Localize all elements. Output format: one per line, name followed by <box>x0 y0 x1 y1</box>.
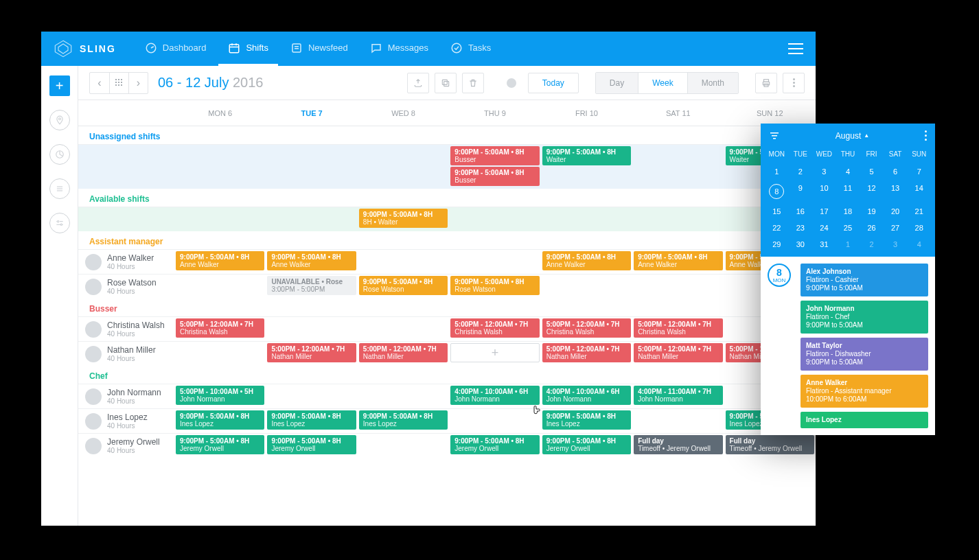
shift-block[interactable]: 9:00PM - 5:00AM • 8HRose Watson <box>359 276 448 295</box>
shift-block[interactable]: 5:00PM - 12:00AM • 7HNathan Miller <box>359 343 448 362</box>
nav-messages[interactable]: Messages <box>360 32 438 66</box>
mini-day[interactable]: 12 <box>860 183 884 200</box>
mini-more-icon[interactable] <box>925 130 927 141</box>
shift-block[interactable]: 5:00PM - 12:00AM • 7HChristina Walsh <box>634 318 722 338</box>
more-icon[interactable] <box>783 73 805 93</box>
mini-day[interactable]: 8 <box>765 183 789 200</box>
shift-block[interactable]: 9:00PM - 5:00AM • 8HWaiter <box>542 146 631 165</box>
shift-block[interactable]: 9:00PM - 5:00AM • 8HJeremy Orwell <box>450 435 539 454</box>
mini-day[interactable]: 1 <box>836 239 860 250</box>
mini-day[interactable]: 5 <box>860 166 884 177</box>
shift-block[interactable]: 9:00PM - 5:00AM • 8HInes Lopez <box>359 410 448 430</box>
shift-block[interactable]: 9:00PM - 5:00AM • 8HInes Lopez <box>267 410 356 430</box>
mini-day[interactable]: 17 <box>812 206 836 217</box>
export-icon[interactable] <box>407 73 429 93</box>
nav-shifts[interactable]: Shifts <box>218 32 278 66</box>
shift-block[interactable]: 5:00PM - 12:00AM • 7HNathan Miller <box>542 343 631 362</box>
mini-shift[interactable]: Anne WalkerFlatiron - Assistant manager1… <box>801 375 928 408</box>
nav-tasks[interactable]: Tasks <box>441 32 500 66</box>
shift-block[interactable]: 9:00PM - 5:00AM • 8HBusser <box>450 167 539 186</box>
mini-day[interactable]: 3 <box>884 239 908 250</box>
shift-block[interactable]: 5:00PM - 12:00AM • 7HChristina Walsh <box>542 318 631 338</box>
mini-shift[interactable]: Matt TaylorFlatiron - Dishwasher9:00PM t… <box>801 338 928 371</box>
mini-day[interactable]: 23 <box>789 222 813 233</box>
shift-block[interactable]: 9:00PM - 5:00AM • 8HInes Lopez <box>542 410 631 430</box>
mini-day[interactable]: 10 <box>812 183 836 200</box>
mini-day[interactable]: 13 <box>884 183 908 200</box>
mini-day[interactable]: 6 <box>884 166 908 177</box>
pie-icon[interactable] <box>49 144 70 165</box>
view-day[interactable]: Day <box>596 73 638 93</box>
mini-day[interactable]: 14 <box>907 183 931 200</box>
shift-block[interactable]: 5:00PM - 12:00AM • 7HNathan Miller <box>267 343 356 362</box>
shift-block[interactable]: 9:00PM - 5:00AM • 8HAnne Walker <box>176 251 264 270</box>
shift-block[interactable]: 4:00PM - 10:00AM • 6HJohn Normann <box>450 386 539 405</box>
mini-day[interactable]: 25 <box>836 222 860 233</box>
shift-block[interactable]: 4:00PM - 10:00AM • 6HJohn Normann <box>542 386 631 405</box>
shift-block[interactable]: 9:00PM - 5:00AM • 8HRose Watson <box>450 276 539 295</box>
shift-block[interactable]: 9:00PM - 5:00AM • 8H8H • Waiter <box>359 209 448 228</box>
view-month[interactable]: Month <box>687 73 738 93</box>
mini-day[interactable]: 2 <box>789 166 813 177</box>
filter-icon[interactable] <box>769 132 780 140</box>
mini-day[interactable]: 15 <box>765 206 789 217</box>
mini-day[interactable]: 1 <box>765 166 789 177</box>
mini-day[interactable]: 4 <box>907 239 931 250</box>
mini-day[interactable]: 24 <box>812 222 836 233</box>
list-icon[interactable] <box>49 178 70 199</box>
mini-shift[interactable]: Alex JohnsonFlatiron - Cashier9:00PM to … <box>801 264 928 296</box>
mini-day[interactable]: 30 <box>789 239 813 250</box>
shift-block[interactable]: Full dayTimeoff • Jeremy Orwell <box>726 435 814 454</box>
mini-day[interactable]: 22 <box>765 222 789 233</box>
shift-block[interactable]: 4:00PM - 11:00AM • 7HJohn Normann <box>634 386 722 405</box>
shift-block[interactable]: 5:00PM - 12:00AM • 7HChristina Walsh <box>176 318 264 338</box>
date-range[interactable]: 06 - 12 July 2016 <box>158 75 263 91</box>
mini-day[interactable]: 19 <box>860 206 884 217</box>
calendar-grid-icon[interactable] <box>109 73 128 93</box>
copy-icon[interactable] <box>435 73 457 93</box>
shift-block[interactable]: 9:00PM - 5:00AM • 8HJeremy Orwell <box>176 435 264 454</box>
shift-block[interactable]: 9:00PM - 5:00AM • 8HBusser <box>450 146 539 165</box>
mini-day[interactable]: 9 <box>789 183 813 200</box>
shift-block[interactable]: UNAVAILABLE • Rose3:00PM - 5:00PM <box>267 276 356 295</box>
shift-block[interactable]: Full dayTimeoff • Jeremy Orwell <box>634 435 722 454</box>
location-icon[interactable] <box>49 110 70 130</box>
add-button[interactable]: + <box>49 75 70 96</box>
mini-day[interactable]: 4 <box>836 166 860 177</box>
brand-logo[interactable]: SLING <box>54 39 116 58</box>
mini-month-button[interactable]: August ▲ <box>836 131 869 141</box>
mini-day[interactable]: 7 <box>907 166 931 177</box>
next-button[interactable]: › <box>128 73 148 93</box>
shift-block[interactable]: 5:00PM - 12:00AM • 7HChristina Walsh <box>450 318 539 338</box>
menu-icon[interactable] <box>788 43 803 54</box>
mini-day[interactable]: 18 <box>836 206 860 217</box>
shift-block[interactable]: 9:00PM - 5:00AM • 8HAnne Walker <box>542 251 631 270</box>
shift-block[interactable]: 9:00PM - 5:00AM • 8HInes Lopez <box>176 410 264 430</box>
shift-block[interactable]: 9:00PM - 5:00AM • 8HJeremy Orwell <box>267 435 356 454</box>
shift-block[interactable]: 9:00PM - 5:00AM • 8HJeremy Orwell <box>542 435 631 454</box>
mini-day[interactable]: 20 <box>884 206 908 217</box>
mini-day[interactable]: 16 <box>789 206 813 217</box>
prev-button[interactable]: ‹ <box>90 73 109 93</box>
shift-block[interactable]: 9:00PM - 5:00AM • 8HAnne Walker <box>267 251 356 270</box>
shift-block[interactable]: 9:00PM - 5:00AM • 8HAnne Walker <box>634 251 722 270</box>
mini-day[interactable]: 11 <box>836 183 860 200</box>
add-shift-button[interactable]: + <box>450 343 539 362</box>
mini-shift[interactable]: John NormannFlatiron - Chef9:00PM to 5:0… <box>801 301 928 334</box>
print-icon[interactable] <box>755 73 777 93</box>
shift-block[interactable]: 5:00PM - 12:00AM • 7HNathan Miller <box>634 343 722 362</box>
mini-day[interactable]: 29 <box>765 239 789 250</box>
mini-day[interactable]: 2 <box>860 239 884 250</box>
nav-newsfeed[interactable]: Newsfeed <box>281 32 358 66</box>
trash-icon[interactable] <box>462 73 484 93</box>
mini-day[interactable]: 26 <box>860 222 884 233</box>
mini-day[interactable]: 31 <box>812 239 836 250</box>
mini-day[interactable]: 28 <box>907 222 931 233</box>
view-week[interactable]: Week <box>638 73 687 93</box>
mini-shift[interactable]: Ines Lopez <box>801 412 928 428</box>
today-button[interactable]: Today <box>528 73 579 93</box>
mini-day[interactable]: 3 <box>812 166 836 177</box>
settings-icon[interactable] <box>49 213 70 233</box>
shift-block[interactable]: 5:00PM - 10:00AM • 5HJohn Normann <box>176 386 264 405</box>
mini-day[interactable]: 21 <box>907 206 931 217</box>
